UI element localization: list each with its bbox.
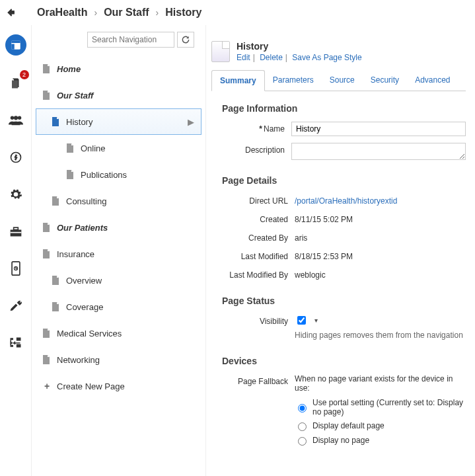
created-by-value: aris [295, 231, 307, 243]
section-page-information: Page Information [222, 103, 466, 114]
rail-explore-icon[interactable] [7, 148, 25, 167]
plus-icon: + [42, 381, 52, 391]
last-modified-label: Last Modified [222, 249, 295, 261]
edit-link[interactable]: Edit [237, 53, 250, 62]
tree-item-insurance[interactable]: Insurance [36, 241, 201, 267]
rail-badge: 2 [20, 70, 29, 79]
page-title: History [237, 41, 362, 52]
description-label: Description [222, 143, 291, 155]
page-fallback-label: Page Fallback [222, 374, 295, 386]
search-navigation-input[interactable] [87, 32, 174, 48]
rail-assets-icon[interactable]: 2 [7, 74, 25, 93]
created-value: 8/11/15 5:02 PM [295, 212, 353, 224]
fallback-radio-1[interactable] [298, 404, 307, 413]
tree-label: Coverage [66, 302, 103, 312]
content-pane: History Edit| Delete| Save As Page Style… [206, 25, 475, 476]
tree-label: Overview [66, 276, 102, 286]
create-new-page[interactable]: +Create New Page [36, 373, 201, 399]
page-icon [52, 117, 61, 126]
name-label: *Name [222, 122, 291, 134]
tree-label: Medical Services [57, 329, 122, 338]
svg-rect-9 [10, 232, 21, 233]
nav-column: Home Our Staff History▶ Online Publicati… [32, 25, 206, 476]
page-icon [52, 196, 61, 206]
back-button[interactable] [3, 5, 18, 20]
tree-label: Publications [81, 170, 127, 180]
name-input[interactable] [291, 122, 466, 136]
tree-item-medical-services[interactable]: Medical Services [36, 320, 201, 346]
direct-url-link[interactable]: /portal/OraHealth/historyextid [295, 196, 397, 206]
rail-import-icon[interactable] [7, 333, 25, 352]
svg-point-5 [17, 116, 21, 120]
fallback-radio-3[interactable] [298, 437, 307, 446]
left-rail: 2 [0, 25, 32, 476]
tree-item-our-staff[interactable]: Our Staff [36, 82, 201, 108]
tree-label: Insurance [57, 249, 94, 259]
breadcrumb-sep: › [156, 7, 159, 18]
last-modified-value: 8/18/15 2:53 PM [295, 249, 353, 261]
page-icon [42, 91, 52, 100]
tab-parameters[interactable]: Parameters [265, 70, 322, 91]
fallback-option-portal[interactable]: Use portal setting (Currently set to: Di… [295, 398, 466, 416]
page-icon [42, 249, 52, 258]
rail-toolbox-icon[interactable] [7, 222, 25, 241]
last-modified-by-value: weblogic [295, 268, 326, 280]
tree-item-our-patients[interactable]: Our Patients [36, 214, 201, 241]
tab-source[interactable]: Source [322, 70, 363, 91]
created-by-label: Created By [222, 231, 295, 243]
page-actions: Edit| Delete| Save As Page Style [237, 53, 362, 62]
fallback-radio-2[interactable] [298, 422, 307, 431]
fallback-option-default[interactable]: Display default page [295, 420, 466, 431]
delete-link[interactable]: Delete [260, 53, 283, 62]
page-icon [42, 64, 52, 73]
page-icon [52, 276, 61, 285]
svg-rect-13 [16, 344, 20, 348]
tree-item-networking[interactable]: Networking [36, 346, 201, 373]
tree-label: History [66, 117, 92, 127]
chevron-right-icon[interactable]: ▶ [188, 117, 194, 127]
fallback-option-none[interactable]: Display no page [295, 435, 466, 446]
save-as-link[interactable]: Save As Page Style [292, 53, 361, 62]
tree-item-online[interactable]: Online [36, 135, 201, 161]
svg-rect-2 [11, 44, 15, 50]
svg-rect-8 [13, 227, 18, 229]
tree-item-history[interactable]: History▶ [36, 108, 201, 135]
tree-item-publications[interactable]: Publications [36, 161, 201, 188]
tree-item-overview[interactable]: Overview [36, 267, 201, 294]
description-input[interactable] [291, 143, 466, 160]
page-icon [66, 143, 75, 153]
dropdown-icon[interactable]: ▾ [314, 317, 318, 324]
svg-rect-1 [11, 40, 20, 43]
tab-advanced[interactable]: Advanced [407, 70, 458, 91]
rail-settings-icon[interactable] [7, 185, 25, 204]
tab-summary[interactable]: Summary [211, 70, 265, 91]
rail-members-icon[interactable] [7, 111, 25, 130]
tabs: Summary Parameters Source Security Advan… [211, 70, 466, 91]
rail-tools-icon[interactable] [7, 296, 25, 315]
tree-label: Consulting [66, 196, 106, 206]
section-devices: Devices [222, 356, 466, 366]
last-modified-by-label: Last Modified By [222, 268, 295, 280]
tree-label: Online [81, 143, 106, 153]
svg-point-3 [10, 116, 14, 120]
breadcrumb-item[interactable]: Our Staff [104, 7, 149, 19]
breadcrumb-sep: › [94, 7, 97, 18]
tree-item-home[interactable]: Home [36, 56, 201, 82]
fallback-intro: When no page variant exists for the devi… [295, 374, 466, 393]
reload-button[interactable] [177, 32, 194, 48]
tree-label: Our Staff [57, 91, 93, 100]
page-icon [42, 329, 52, 338]
tree-item-consulting[interactable]: Consulting [36, 188, 201, 214]
page-icon [66, 170, 75, 179]
visibility-checkbox[interactable] [297, 316, 306, 325]
tree-item-coverage[interactable]: Coverage [36, 294, 201, 320]
page-doc-icon [211, 41, 230, 62]
rail-pages-icon[interactable] [5, 34, 26, 56]
rail-device-icon[interactable] [7, 259, 25, 278]
tab-security[interactable]: Security [363, 70, 407, 91]
breadcrumb-current: History [165, 7, 201, 19]
page-tree: Home Our Staff History▶ Online Publicati… [36, 56, 201, 399]
svg-rect-12 [16, 338, 20, 341]
svg-point-4 [13, 116, 17, 120]
breadcrumb-item[interactable]: OraHealth [37, 7, 87, 19]
